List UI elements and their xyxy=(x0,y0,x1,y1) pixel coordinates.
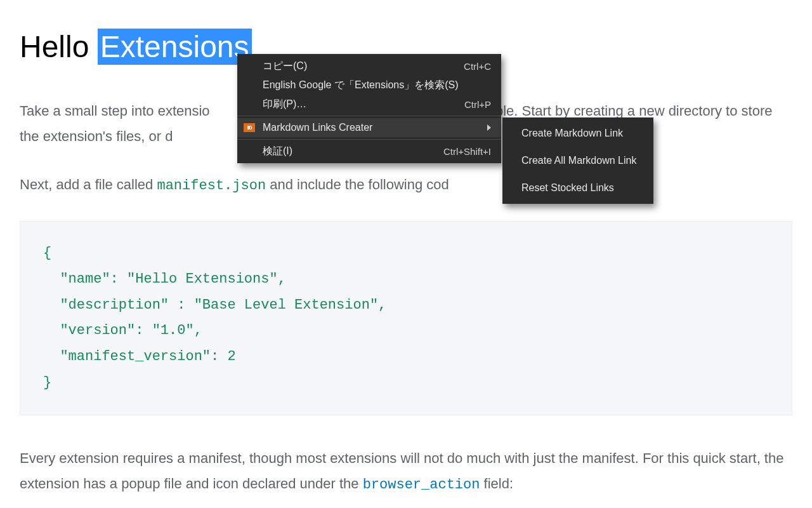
extension-icon: II0 xyxy=(244,123,255,132)
submenu-item-create-all-markdown-link[interactable]: Create All Markdown Link xyxy=(502,147,653,175)
heading-text-before: Hello xyxy=(20,30,98,64)
paragraph-2: Next, add a file called manifest.json an… xyxy=(20,172,792,199)
p2-a: Next, add a file called xyxy=(20,177,157,192)
menu-shortcut: Ctrl+P xyxy=(464,100,491,109)
menu-shortcut: Ctrl+C xyxy=(464,62,491,71)
menu-item-print[interactable]: 印刷(P)… Ctrl+P xyxy=(237,95,501,114)
p2-b: and include the following cod xyxy=(266,177,449,192)
p1-a: Take a small step into extensio xyxy=(20,103,210,119)
context-menu[interactable]: コピー(C) Ctrl+C English Google で「Extension… xyxy=(237,54,501,163)
menu-label: 印刷(P)… xyxy=(263,99,306,109)
menu-item-markdown-links-creater[interactable]: II0 Markdown Links Creater xyxy=(237,118,501,137)
menu-label: Markdown Links Creater xyxy=(263,123,372,133)
menu-item-inspect[interactable]: 検証(I) Ctrl+Shift+I xyxy=(237,142,501,161)
chevron-right-icon xyxy=(487,124,491,131)
menu-divider xyxy=(237,116,501,116)
menu-label: コピー(C) xyxy=(263,61,307,71)
paragraph-3: Every extension requires a manifest, tho… xyxy=(20,446,792,497)
menu-label: 検証(I) xyxy=(263,146,292,156)
menu-label: English Google で「Extensions」を検索(S) xyxy=(263,80,459,90)
menu-divider xyxy=(237,139,501,140)
menu-item-copy[interactable]: コピー(C) Ctrl+C xyxy=(237,57,501,76)
menu-item-search[interactable]: English Google で「Extensions」を検索(S) xyxy=(237,76,501,95)
inline-code-manifest: manifest.json xyxy=(157,178,266,194)
menu-shortcut: Ctrl+Shift+I xyxy=(443,147,491,156)
code-block-manifest: { "name": "Hello Extensions", "descripti… xyxy=(20,221,792,415)
submenu-item-create-markdown-link[interactable]: Create Markdown Link xyxy=(502,120,653,147)
submenu-item-reset-stocked-links[interactable]: Reset Stocked Links xyxy=(502,175,653,202)
inline-code-browser-action: browser_action xyxy=(363,477,480,493)
p3-b: field: xyxy=(480,476,513,491)
context-submenu[interactable]: Create Markdown Link Create All Markdown… xyxy=(502,117,653,204)
selected-text[interactable]: Extensions xyxy=(98,29,252,65)
